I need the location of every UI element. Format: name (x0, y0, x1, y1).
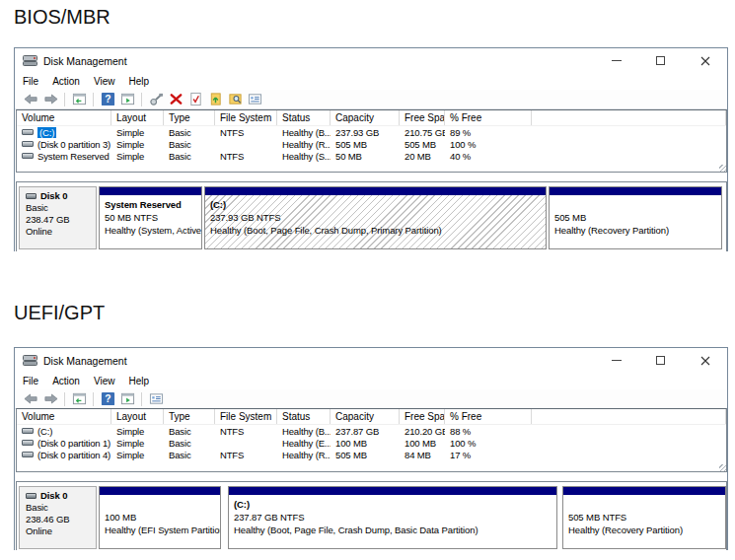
menu-file[interactable]: File (23, 76, 47, 87)
menu-file[interactable]: File (23, 376, 47, 386)
column-header-volume[interactable]: Volume (17, 110, 111, 125)
column-header-layout[interactable]: Layout (111, 110, 164, 125)
minimize-button[interactable] (594, 348, 638, 373)
cell-layout: Simple (111, 450, 164, 460)
disk0-label-panel[interactable]: Disk 0 Basic 238.46 GB Online (19, 486, 97, 549)
disk0-row: Disk 0 Basic 238.46 GB Online 100 MB Hea… (19, 486, 726, 549)
volume-list-pane: Volume Layout Type File System Status Ca… (16, 109, 727, 173)
volume-row-c[interactable]: (C:) Simple Basic NTFS Healthy (B... 237… (17, 126, 726, 138)
column-header-free-space[interactable]: Free Spa... (400, 409, 445, 424)
close-button[interactable] (683, 48, 727, 73)
column-header-type[interactable]: Type (164, 409, 215, 424)
partition-color-bar (563, 487, 725, 495)
help-icon[interactable]: ? (100, 92, 115, 107)
column-header-capacity[interactable]: Capacity (331, 110, 400, 125)
cell-type: Basic (164, 151, 215, 162)
disk-management-app-icon (23, 54, 37, 67)
volume-list-pane: Volume Layout Type File System Status Ca… (16, 408, 727, 472)
cell-status: Healthy (R... (277, 450, 331, 460)
column-header-pct-free[interactable]: % Free (445, 409, 532, 424)
disk-type: Basic (26, 502, 96, 514)
help-icon[interactable]: ? (100, 391, 115, 407)
menu-help[interactable]: Help (128, 76, 158, 87)
disk-size: 238.46 GB (26, 514, 96, 525)
column-header-status[interactable]: Status (277, 409, 331, 424)
graphical-view-pane: Disk 0 Basic 238.46 GB Online 100 MB Hea… (16, 481, 727, 550)
folder-search-icon[interactable] (227, 92, 243, 107)
column-header-capacity[interactable]: Capacity (331, 409, 400, 424)
column-header-volume[interactable]: Volume (17, 409, 111, 424)
action-pane-icon[interactable] (119, 92, 135, 107)
cell-pct-free: 100 % (445, 139, 532, 150)
cell-status: Healthy (B... (277, 127, 331, 138)
volume-row-system-reserved[interactable]: System Reserved Simple Basic NTFS Health… (17, 150, 726, 162)
check-document-icon[interactable] (187, 92, 203, 107)
partition-c[interactable]: (C:) 237.87 GB NTFS Healthy (Boot, Page … (228, 486, 557, 549)
window-title: Disk Management (43, 355, 127, 367)
partition-size: 100 MB (105, 511, 218, 524)
partition-recovery[interactable]: 505 MB Healthy (Recovery Partition) (549, 186, 722, 249)
delete-volume-icon[interactable] (168, 92, 184, 107)
toolbar-separator (141, 392, 142, 406)
cell-status: Healthy (B... (277, 426, 331, 437)
cell-free-space: 100 MB (400, 438, 445, 449)
partition-name: System Reserved (105, 198, 199, 211)
svg-text:?: ? (105, 393, 110, 404)
minimize-icon (612, 60, 622, 61)
volume-name: (Disk 0 partition 4) (37, 450, 110, 460)
disk0-label-panel[interactable]: Disk 0 Basic 238.47 GB Online (19, 186, 97, 249)
column-header-free-space[interactable]: Free Spa... (400, 110, 445, 125)
maximize-icon (656, 356, 665, 365)
column-header-layout[interactable]: Layout (111, 409, 164, 424)
menu-action[interactable]: Action (52, 76, 89, 87)
forward-icon[interactable] (42, 391, 58, 407)
title-bar[interactable]: Disk Management (15, 48, 727, 73)
cell-capacity: 50 MB (331, 151, 400, 162)
disk-management-window-uefi-gpt: Disk Management File Action View Help ? … (14, 347, 728, 550)
console-tree-icon[interactable] (71, 391, 87, 407)
minimize-button[interactable] (594, 48, 638, 73)
disk-name: Disk 0 (40, 490, 67, 502)
title-bar[interactable]: Disk Management (15, 348, 727, 373)
menu-action[interactable]: Action (52, 376, 89, 386)
volume-row-partition4[interactable]: (Disk 0 partition 4) Simple Basic NTFS H… (17, 449, 726, 460)
tool-icon[interactable] (148, 92, 164, 107)
column-header-type[interactable]: Type (164, 110, 215, 125)
partition-c-selected[interactable]: (C:) 237.93 GB NTFS Healthy (Boot, Page … (204, 186, 547, 249)
disk-status: Online (26, 525, 96, 537)
properties-icon[interactable] (247, 92, 262, 107)
disk-status: Online (26, 226, 96, 238)
cell-status: Healthy (S... (277, 151, 331, 162)
menu-view[interactable]: View (94, 76, 124, 87)
partition-color-bar (229, 487, 556, 495)
partition-size: 237.87 GB NTFS (234, 511, 554, 524)
maximize-button[interactable] (638, 348, 683, 373)
forward-icon[interactable] (42, 92, 58, 107)
console-tree-icon[interactable] (71, 92, 87, 107)
action-pane-icon[interactable] (119, 391, 135, 407)
volume-row-partition3[interactable]: (Disk 0 partition 3) Simple Basic Health… (17, 138, 726, 150)
folder-up-icon[interactable] (207, 92, 223, 107)
partition-recovery[interactable]: 505 MB NTFS Healthy (Recovery Partition) (562, 486, 726, 549)
resize-grip[interactable] (719, 464, 726, 471)
properties-icon[interactable] (148, 391, 164, 407)
maximize-button[interactable] (638, 48, 683, 73)
column-header-file-system[interactable]: File System (215, 409, 277, 424)
partition-system-reserved[interactable]: System Reserved 50 MB NTFS Healthy (Syst… (99, 186, 202, 249)
menu-view[interactable]: View (94, 376, 124, 386)
back-icon[interactable] (23, 391, 38, 407)
volume-row-partition1[interactable]: (Disk 0 partition 1) Simple Basic Health… (17, 437, 726, 449)
resize-grip[interactable] (719, 165, 726, 172)
disk-type: Basic (26, 202, 96, 214)
close-button[interactable] (683, 348, 727, 373)
column-header-pct-free[interactable]: % Free (445, 110, 532, 125)
partition-efi-system[interactable]: 100 MB Healthy (EFI System Partition) (99, 486, 221, 549)
cell-pct-free: 88 % (445, 426, 532, 437)
column-header-file-system[interactable]: File System (215, 110, 277, 125)
partition-color-bar (205, 187, 546, 195)
column-header-status[interactable]: Status (277, 110, 331, 125)
back-icon[interactable] (23, 92, 38, 107)
menu-bar: File Action View Help (15, 73, 727, 90)
menu-help[interactable]: Help (128, 376, 158, 386)
volume-row-c[interactable]: (C:) Simple Basic NTFS Healthy (B... 237… (17, 425, 726, 437)
